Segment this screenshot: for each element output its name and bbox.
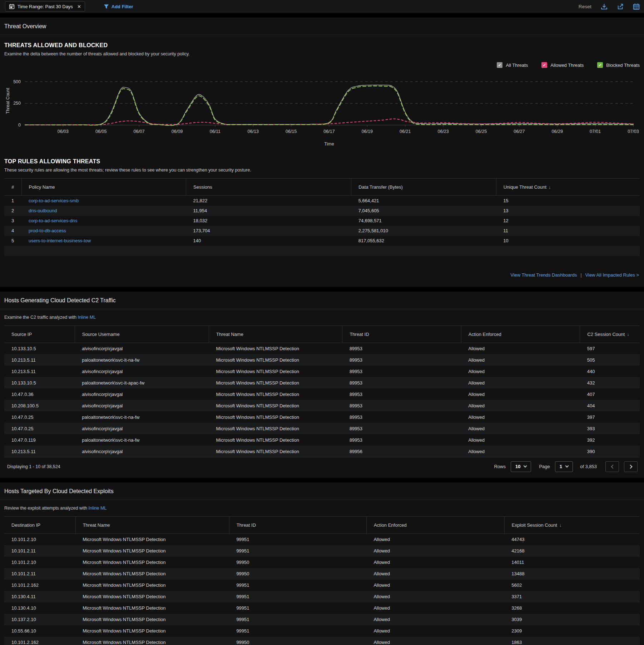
policy-link[interactable]: users-to-internet-business-low xyxy=(29,238,91,243)
threats-allowed-blocked-desc: Examine the delta between the number of … xyxy=(4,51,640,56)
table-cell: 407 xyxy=(580,388,640,400)
legend-all-threats-checkbox[interactable]: ✓ All Threats xyxy=(497,62,528,68)
remove-filter-icon[interactable]: ✕ xyxy=(77,4,81,9)
svg-text:06/27: 06/27 xyxy=(514,129,525,134)
table-cell: 89953 xyxy=(342,388,461,400)
column-header-action-enforced[interactable]: Action Enforced xyxy=(461,326,580,343)
table-cell: 10.137.2.10 xyxy=(4,614,75,625)
rows-per-page-select[interactable]: 10 xyxy=(511,461,531,472)
rows-label: Rows xyxy=(494,464,506,469)
sort-desc-icon: ↓ xyxy=(549,184,551,190)
table-cell: 817,055,632 xyxy=(351,236,496,246)
view-threat-trends-link[interactable]: View Threat Trends Dashboards xyxy=(510,272,577,278)
share-icon[interactable] xyxy=(617,3,624,10)
table-cell: 3268 xyxy=(504,602,640,614)
column-header-source-username[interactable]: Source Username xyxy=(75,326,209,343)
column-header-c2-session-count[interactable]: C2 Session Count↓ xyxy=(580,326,640,343)
svg-text:06/05: 06/05 xyxy=(95,129,106,134)
column-header-threat-name[interactable]: Threat Name xyxy=(75,517,229,534)
table-cell: 10.101.2.10 xyxy=(4,534,75,545)
table-links: View Threat Trends Dashboards | View All… xyxy=(4,272,639,278)
table-cell: Allowed xyxy=(366,637,504,645)
table-cell: 2 xyxy=(4,206,21,216)
divider xyxy=(0,35,644,35)
filter-funnel-icon xyxy=(104,4,109,9)
column-header-destination-ip[interactable]: Destination IP xyxy=(4,517,75,534)
next-page-button[interactable] xyxy=(624,461,638,472)
column-header-policy-name[interactable]: Policy Name xyxy=(21,179,186,196)
table-cell: 11 xyxy=(496,226,640,236)
time-range-label: Time Range: Past 30 Days xyxy=(18,4,73,9)
column-header-sessions[interactable]: Sessions xyxy=(186,179,351,196)
table-cell: Allowed xyxy=(366,580,504,591)
calendar-icon[interactable] xyxy=(633,3,640,10)
table-cell: Allowed xyxy=(461,377,580,388)
table-cell: 1 xyxy=(4,196,21,206)
table-cell: 10.101.2.11 xyxy=(4,568,75,580)
inline-ml-link[interactable]: Inline ML xyxy=(89,506,107,511)
table-cell: 3 xyxy=(4,216,21,226)
table-row: 10.101.2.10Microsoft Windows NTLMSSP Det… xyxy=(4,534,640,545)
table-cell: 89953 xyxy=(342,343,461,354)
table-cell: 99951 xyxy=(229,591,366,602)
top-rules-desc: These security rules are allowing the mo… xyxy=(4,168,640,173)
c2-panel-desc: Examine the C2 traffic analyzed with Inl… xyxy=(4,315,640,320)
table-cell: paloaltonetwork\svc-it-na-fw xyxy=(75,411,209,423)
table-cell: Allowed xyxy=(366,534,504,545)
table-cell: 89953 xyxy=(342,400,461,411)
column-header-threat-name[interactable]: Threat Name xyxy=(209,326,342,343)
table-row: 10.213.5.11alvisofincorp\rjavgalMicrosof… xyxy=(4,366,640,377)
table-cell: 10.101.2.162 xyxy=(4,580,75,591)
legend-label: All Threats xyxy=(506,63,528,68)
table-cell: 99950 xyxy=(229,568,366,580)
time-range-filter-chip[interactable]: Time Range: Past 30 Days ✕ xyxy=(5,1,85,11)
column-header-threat-id[interactable]: Threat ID xyxy=(229,517,366,534)
table-cell: Microsoft Windows NTLMSSP Detection xyxy=(75,602,229,614)
svg-text:06/13: 06/13 xyxy=(248,129,259,134)
policy-link[interactable]: corp-to-ad-services-smb xyxy=(29,198,79,203)
table-cell: 99951 xyxy=(229,534,366,545)
table-cell: 10.130.4.11 xyxy=(4,591,75,602)
series-blocked-threats xyxy=(25,86,633,125)
column-header-rank[interactable]: # xyxy=(4,179,21,196)
column-header-unique-threat-count[interactable]: Unique Threat Count↓ xyxy=(496,179,640,196)
inline-ml-link[interactable]: Inline ML xyxy=(78,315,96,320)
table-row: 2dns-outbound11,9547,045,60513 xyxy=(4,206,640,216)
table-row: 10.213.5.11paloaltonetwork\svc-it-na-fwM… xyxy=(4,354,640,366)
table-cell: 10.133.10.5 xyxy=(4,343,75,354)
table-cell: alvisofincorp\rjavgal xyxy=(75,400,209,411)
policy-link[interactable]: dns-outbound xyxy=(29,208,57,213)
checkbox-checked-icon: ✓ xyxy=(541,62,547,68)
column-header-data-transfer[interactable]: Data Transfer (Bytes) xyxy=(351,179,496,196)
column-header-action-enforced[interactable]: Action Enforced xyxy=(366,517,504,534)
table-cell: 13 xyxy=(496,206,640,216)
table-cell: Microsoft Windows NTLMSSP Detection xyxy=(209,377,342,388)
table-row: 10.130.4.11Microsoft Windows NTLMSSP Det… xyxy=(4,591,640,602)
column-header-exploit-session-count[interactable]: Exploit Session Count↓ xyxy=(504,517,640,534)
table-row: 10.47.0.25paloaltonetwork\svc-it-na-fwMi… xyxy=(4,411,640,423)
displaying-text: Displaying 1 - 10 of 38,524 xyxy=(7,464,60,469)
reset-button[interactable]: Reset xyxy=(579,4,591,9)
page-select[interactable]: 1 xyxy=(555,461,573,472)
chevron-down-icon xyxy=(565,464,569,468)
table-row: 10.47.0.25alvisofincorp\rjavgalMicrosoft… xyxy=(4,423,640,434)
column-header-threat-id[interactable]: Threat ID xyxy=(342,326,461,343)
table-cell: Allowed xyxy=(461,434,580,446)
page-title: Threat Overview xyxy=(4,18,640,35)
download-icon[interactable] xyxy=(601,3,608,10)
legend-allowed-threats-checkbox[interactable]: ✓ Allowed Threats xyxy=(541,62,584,68)
prev-page-button[interactable] xyxy=(605,461,619,472)
legend-blocked-threats-checkbox[interactable]: ✓ Blocked Threats xyxy=(597,62,640,68)
svg-text:0: 0 xyxy=(18,123,21,128)
table-cell: 404 xyxy=(580,400,640,411)
policy-link[interactable]: prod-to-db-access xyxy=(29,228,66,233)
add-filter-button[interactable]: Add Filter xyxy=(104,4,133,9)
view-all-impacted-rules-link[interactable]: View All Impacted Rules > xyxy=(585,272,639,278)
policy-link[interactable]: corp-to-ad-services-dns xyxy=(29,218,78,223)
table-cell: Microsoft Windows NTLMSSP Detection xyxy=(209,366,342,377)
table-cell: 10.101.2.162 xyxy=(4,637,75,645)
column-header-source-ip[interactable]: Source IP xyxy=(4,326,75,343)
table-cell: Allowed xyxy=(461,423,580,434)
page-value: 1 xyxy=(560,464,562,469)
table-cell: paloaltonetwork\svc-it-na-fw xyxy=(75,434,209,446)
